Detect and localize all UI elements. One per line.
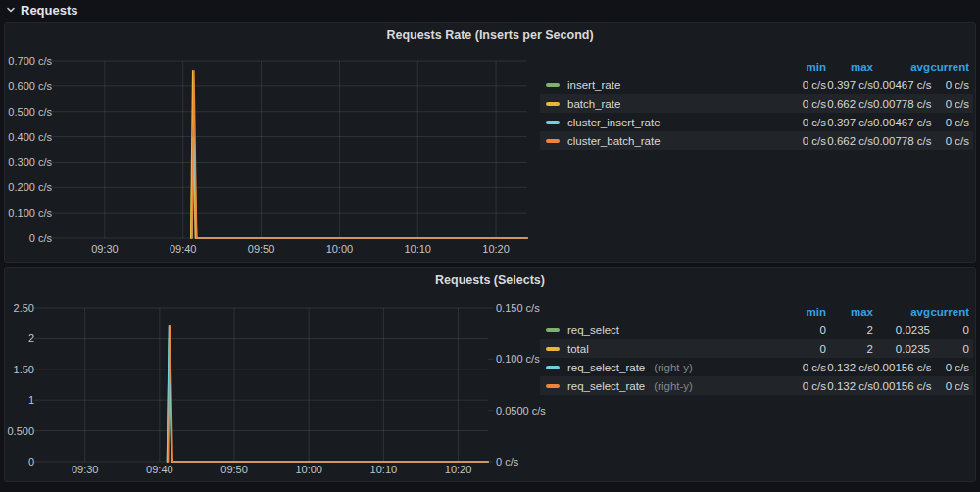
legend-value-max: 2 <box>826 343 873 355</box>
legend-sort-header-max[interactable]: max <box>826 61 873 73</box>
y-axis-tick-label: 0.500 c/s <box>8 106 52 118</box>
y-axis-tick-label: 0.700 c/s <box>8 55 52 67</box>
y2-axis-tick-label: 0.150 c/s <box>496 302 540 314</box>
legend-value-min: 0 c/s <box>771 117 826 128</box>
legend-label-cell: total <box>546 343 771 355</box>
legend-label-cell: req_select_rate(right-y) <box>546 380 771 392</box>
legend-header-row: minmaxavgcurrent <box>540 303 973 320</box>
legend-value-max: 0.662 c/s <box>826 135 873 147</box>
legend-series-label[interactable]: insert_rate <box>567 79 620 91</box>
y-axis-tick-label: 0.200 c/s <box>8 181 52 193</box>
legend-value-min: 0 c/s <box>771 98 826 110</box>
panel-title-requests-rate[interactable]: Requests Rate (Inserts per Second) <box>5 28 975 42</box>
legend-row-insert_rate: insert_rate0 c/s0.397 c/s0.00467 c/s0 c/… <box>540 75 973 94</box>
legend-row-cluster_batch_rate: cluster_batch_rate0 c/s0.662 c/s0.00778 … <box>540 131 973 150</box>
legend-value-avg: 0.00467 c/s <box>873 117 930 128</box>
y2-axis-tick-label: 0.0500 c/s <box>496 405 546 417</box>
legend-label-cell: cluster_insert_rate <box>546 117 771 128</box>
legend-sort-header-current[interactable]: current <box>930 306 969 318</box>
y-axis-tick-label: 1.50 <box>14 364 34 375</box>
requests-rate-time-series-chart[interactable]: 0.700 c/s0.600 c/s0.500 c/s0.400 c/s0.30… <box>5 23 540 264</box>
legend-value-current: 0 <box>930 343 969 355</box>
legend-table-requests-selects: minmaxavgcurrentreq_select020.02350total… <box>540 303 973 395</box>
series-color-icon[interactable] <box>546 121 560 124</box>
y-axis-tick-label: 0.300 c/s <box>8 156 52 168</box>
legend-value-max: 0.397 c/s <box>826 79 873 91</box>
x-axis-tick-label: 09:40 <box>170 243 197 255</box>
legend-series-label[interactable]: req_select_rate <box>567 362 645 373</box>
legend-value-avg: 0.0235 <box>873 343 930 355</box>
legend-series-label[interactable]: cluster_batch_rate <box>567 135 661 147</box>
legend-value-current: 0 c/s <box>930 135 969 147</box>
legend-value-current: 0 c/s <box>930 98 969 110</box>
legend-value-max: 0.662 c/s <box>826 98 873 110</box>
legend-value-max: 0.132 c/s <box>826 362 873 373</box>
grafana-dashboard: Requests 0.700 c/s0.600 c/s0.500 c/s0.40… <box>0 0 980 492</box>
legend-sort-header-min[interactable]: min <box>771 61 826 73</box>
x-axis-tick-label: 10:00 <box>326 243 354 255</box>
x-axis-tick-label: 10:20 <box>482 243 510 255</box>
legend-series-label[interactable]: cluster_insert_rate <box>567 117 661 128</box>
legend-series-axis-suffix: (right-y) <box>654 380 693 392</box>
x-axis-tick-label: 10:20 <box>445 464 472 475</box>
y2-axis-tick-label: 0 c/s <box>496 456 519 467</box>
legend-value-avg: 0.00467 c/s <box>873 79 930 91</box>
legend-value-current: 0 <box>930 324 969 336</box>
legend-label-cell: req_select_rate(right-y) <box>546 362 771 373</box>
y-axis-tick-label: 0.600 c/s <box>8 80 52 92</box>
panel-title-requests-selects[interactable]: Requests (Selects) <box>5 273 975 287</box>
x-axis-tick-label: 09:30 <box>91 243 119 255</box>
series-color-icon[interactable] <box>546 139 560 143</box>
legend-series-label[interactable]: req_select <box>567 324 619 336</box>
legend-value-min: 0 c/s <box>771 79 826 91</box>
series-color-icon[interactable] <box>546 328 560 332</box>
legend-label-cell: req_select <box>546 324 771 336</box>
panel-requests-selects: 2.5021.5010.500009:3009:4009:5010:0010:1… <box>4 267 976 482</box>
y-axis-tick-label: 0 <box>28 456 34 467</box>
legend-series-axis-suffix: (right-y) <box>654 362 693 373</box>
legend-value-current: 0 c/s <box>930 362 969 373</box>
legend-row-cluster_insert_rate: cluster_insert_rate0 c/s0.397 c/s0.00467… <box>540 113 973 131</box>
legend-row-req_select: req_select020.02350 <box>540 320 973 339</box>
legend-sort-header-avg[interactable]: avg <box>873 61 930 73</box>
legend-value-min: 0 c/s <box>771 135 826 147</box>
legend-value-min: 0 <box>771 343 826 355</box>
series-color-icon[interactable] <box>546 102 560 106</box>
legend-label-cell: insert_rate <box>546 79 771 91</box>
legend-series-label[interactable]: batch_rate <box>567 98 620 110</box>
y-axis-tick-label: 0.100 c/s <box>8 207 52 219</box>
legend-sort-header-current[interactable]: current <box>930 61 969 73</box>
panel-requests-rate: 0.700 c/s0.600 c/s0.500 c/s0.400 c/s0.30… <box>4 22 976 263</box>
x-axis-tick-label: 10:00 <box>295 464 322 475</box>
legend-value-min: 0 <box>771 324 826 336</box>
legend-sort-header-avg[interactable]: avg <box>873 306 930 318</box>
legend-series-label[interactable]: total <box>567 343 589 355</box>
legend-value-avg: 0.00778 c/s <box>873 135 930 147</box>
legend-value-min: 0 c/s <box>771 362 826 373</box>
series-line-req_select_rate <box>168 326 489 462</box>
y-axis-tick-label: 2.50 <box>14 302 34 314</box>
legend-label-cell: cluster_batch_rate <box>546 135 771 147</box>
legend-label-cell: batch_rate <box>546 98 771 110</box>
y-axis-tick-label: 0.400 c/s <box>8 131 52 143</box>
legend-value-min: 0 c/s <box>771 380 826 392</box>
legend-value-avg: 0.00156 c/s <box>873 362 930 373</box>
legend-sort-header-max[interactable]: max <box>826 306 873 318</box>
legend-series-label[interactable]: req_select_rate <box>567 380 645 392</box>
series-color-icon[interactable] <box>546 347 560 351</box>
requests-selects-time-series-chart[interactable]: 2.5021.5010.500009:3009:4009:5010:0010:1… <box>5 268 552 483</box>
y-axis-tick-label: 2 <box>28 332 34 344</box>
legend-value-avg: 0.00778 c/s <box>873 98 930 110</box>
legend-row-total: total020.02350 <box>540 339 973 358</box>
series-color-icon[interactable] <box>546 366 560 369</box>
dashboard-row-header-requests[interactable]: Requests <box>6 1 78 19</box>
series-line-req_select_rate <box>169 326 488 462</box>
y-axis-tick-label: 0.500 <box>7 425 34 437</box>
series-color-icon[interactable] <box>546 83 560 87</box>
y-axis-tick-label: 0 c/s <box>29 232 53 244</box>
series-color-icon[interactable] <box>546 384 560 388</box>
legend-header-row: minmaxavgcurrent <box>540 58 973 75</box>
legend-sort-header-min[interactable]: min <box>771 306 826 318</box>
legend-row-req_select_rate: req_select_rate(right-y)0 c/s0.132 c/s0.… <box>540 376 973 395</box>
x-axis-tick-label: 09:50 <box>248 243 275 255</box>
